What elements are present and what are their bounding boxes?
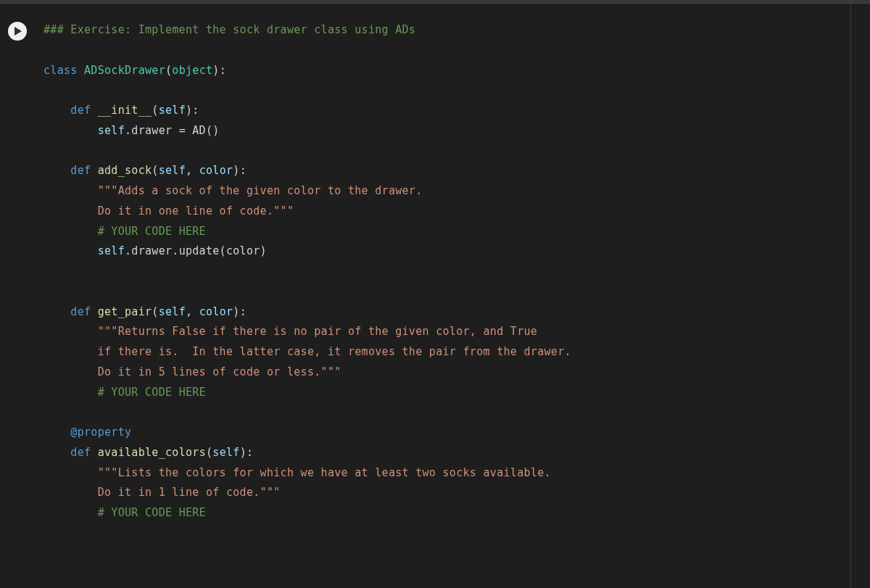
code-self: self	[159, 164, 186, 177]
code-self: self	[159, 104, 186, 117]
code-self: self	[212, 446, 239, 459]
play-icon	[14, 27, 22, 36]
code-self: self	[98, 244, 125, 257]
code-docstring: Do it in one line of code."""	[98, 204, 294, 218]
code-docstring: """Adds a sock of the given color to the…	[98, 184, 423, 197]
cell-gutter	[0, 20, 35, 588]
code-funcname: add_sock	[98, 164, 152, 177]
code-docstring	[44, 204, 98, 218]
code-self: self	[159, 305, 186, 318]
code-docstring	[44, 365, 98, 378]
code-comment: # YOUR CODE HERE	[98, 386, 206, 399]
code-border	[850, 4, 851, 588]
code-editor[interactable]: ### Exercise: Implement the sock drawer …	[35, 20, 870, 588]
code-text: .drawer = AD()	[125, 124, 220, 137]
code-comment: # YOUR CODE HERE	[98, 506, 206, 519]
code-funcname: available_colors	[98, 446, 206, 459]
code-docstring: Do it in 5 lines of code or less."""	[98, 365, 341, 378]
code-docstring: """Lists the colors for which we have at…	[98, 466, 551, 479]
code-keyword: def	[70, 446, 91, 459]
run-button[interactable]	[8, 22, 27, 41]
code-decorator: @property	[70, 426, 131, 439]
code-text: .drawer.update(color)	[125, 244, 267, 257]
code-funcname: get_pair	[98, 305, 152, 318]
code-builtin: object	[172, 64, 212, 77]
code-comment: ### Exercise: Implement the sock drawer …	[44, 23, 415, 36]
code-funcname: __init__	[98, 104, 152, 117]
code-classname: ADSockDrawer	[84, 64, 165, 77]
code-self: self	[98, 124, 125, 137]
code-keyword: class	[44, 64, 78, 77]
code-param: color	[199, 305, 233, 318]
code-cell: ### Exercise: Implement the sock drawer …	[0, 4, 870, 588]
code-docstring	[44, 486, 98, 499]
code-docstring	[44, 345, 98, 358]
code-keyword: def	[70, 164, 91, 177]
code-docstring: if there is. In the latter case, it remo…	[98, 345, 571, 358]
code-docstring: Do it in 1 line of code."""	[98, 486, 281, 499]
code-keyword: def	[70, 104, 91, 117]
code-docstring: """Returns False if there is no pair of …	[98, 325, 538, 338]
code-keyword: def	[70, 305, 91, 318]
code-param: color	[199, 164, 233, 177]
code-comment: # YOUR CODE HERE	[98, 225, 206, 238]
